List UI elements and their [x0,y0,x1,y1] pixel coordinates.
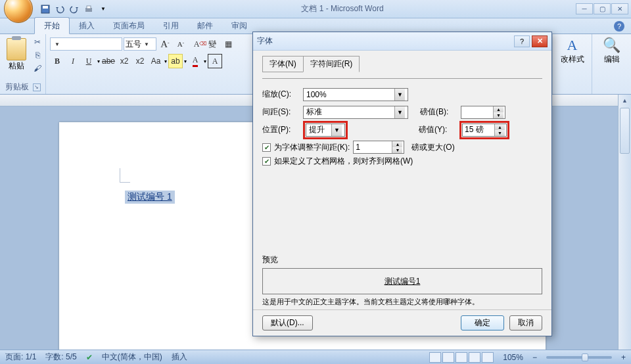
status-bar: 页面: 1/1 字数: 5/5 ✔ 中文(简体，中国) 插入 105% − + [0,350,631,364]
close-window-button[interactable]: ✕ [611,3,628,14]
preview-text: 测试编号1 [385,276,421,287]
status-language[interactable]: 中文(简体，中国) [102,352,162,363]
scroll-thumb[interactable] [620,108,630,154]
position-combo[interactable]: 提升▼ [306,124,345,137]
title-bar: ▼ 文档 1 - Microsoft Word ─ ▢ ✕ [0,0,631,18]
status-page[interactable]: 页面: 1/1 [5,352,36,363]
styles-icon[interactable]: A [567,37,578,54]
view-outline-icon[interactable] [469,352,480,363]
spin-down-icon[interactable]: ▼ [495,130,505,136]
paste-button[interactable]: 粘贴 [4,37,29,74]
font-size-combo[interactable]: 五号▼ [124,37,156,51]
kerning-checkbox[interactable]: ✔ [262,143,271,152]
font-name-combo[interactable]: ▼ [50,37,122,51]
kerning-input[interactable] [354,141,392,153]
position-pt-spinner[interactable]: ▲▼ [462,124,507,137]
italic-button[interactable]: I [66,54,80,68]
zoom-slider[interactable] [546,356,612,359]
tab-references[interactable]: 引用 [154,18,188,34]
dialog-tab-spacing[interactable]: 字符间距(R) [303,56,360,72]
strikethrough-button[interactable]: abe [101,54,116,68]
maximize-button[interactable]: ▢ [594,3,611,14]
font-color-button[interactable]: A [188,54,202,68]
clipboard-launcher-icon[interactable]: ↘ [33,83,41,91]
group-styles: A 改样式 [552,34,592,94]
change-styles-label[interactable]: 改样式 [561,54,584,65]
editing-label[interactable]: 编辑 [604,54,620,65]
spacing-label: 间距(S): [262,106,303,118]
selected-text[interactable]: 测试编号 1 [125,191,175,204]
redo-icon[interactable] [68,3,80,15]
phonetic-button[interactable]: 變 [205,37,220,51]
scale-label: 缩放(C): [262,89,303,100]
spin-up-icon[interactable]: ▲ [495,124,505,130]
borders-button[interactable]: ▦ [221,37,235,51]
status-proof-icon[interactable]: ✔ [86,353,93,362]
cancel-button[interactable]: 取消 [509,315,542,330]
spin-up-icon[interactable]: ▲ [392,141,402,147]
spin-down-icon[interactable]: ▼ [392,147,402,153]
clipboard-group-label: 剪贴板 [5,81,29,93]
bold-button[interactable]: B [50,54,64,68]
ok-button[interactable]: 确定 [461,315,504,330]
status-insert-mode[interactable]: 插入 [172,352,187,363]
spin-down-icon[interactable]: ▼ [494,112,503,118]
zoom-out-button[interactable]: − [532,353,537,362]
svg-rect-1 [43,6,48,9]
highlight-button[interactable]: ab [168,54,183,68]
subscript-button[interactable]: x2 [117,54,131,68]
scroll-up-icon[interactable]: ▲ [619,95,631,106]
format-painter-icon[interactable]: 🖌 [32,63,43,74]
zoom-level[interactable]: 105% [503,353,523,362]
tab-mail[interactable]: 邮件 [188,18,222,34]
view-draft-icon[interactable] [482,352,494,363]
vertical-scrollbar[interactable]: ▲ [618,95,631,350]
dialog-titlebar[interactable]: 字体 ? ✕ [253,32,551,51]
snap-checkbox[interactable]: ✔ [262,157,271,166]
quickprint-icon[interactable] [83,3,95,15]
tab-layout[interactable]: 页面布局 [104,18,154,34]
copy-icon[interactable]: ⎘ [32,50,43,60]
clear-format-button[interactable]: A⌫ [189,37,204,51]
view-web-icon[interactable] [456,352,467,363]
group-editing: 🔍 编辑 [592,34,631,94]
position-value: 提升 [309,124,325,135]
position-pt-input[interactable] [463,124,494,136]
tab-review[interactable]: 审阅 [222,18,256,34]
margin-indicator [120,168,130,183]
change-case-button[interactable]: Aa [149,54,163,68]
save-icon[interactable] [39,3,51,15]
snap-label: 如果定义了文档网格，则对齐到网格(W) [274,156,413,167]
paste-icon [7,38,26,60]
tab-insert[interactable]: 插入 [70,18,104,34]
spacing-pt-spinner[interactable]: ▲▼ [461,106,505,119]
qat-dropdown-icon[interactable]: ▼ [97,3,109,15]
shrink-font-button[interactable]: Aˇ [174,37,188,51]
cut-icon[interactable]: ✂ [32,37,43,47]
char-border-button[interactable]: A [208,54,222,68]
spin-up-icon[interactable]: ▲ [494,106,503,112]
underline-button[interactable]: U [82,54,96,68]
minimize-button[interactable]: ─ [576,3,593,14]
status-words[interactable]: 字数: 5/5 [45,352,76,363]
find-icon[interactable]: 🔍 [603,37,620,54]
scale-combo[interactable]: 100%▼ [303,88,408,101]
font-size-value: 五号 [126,39,141,50]
dialog-close-button[interactable]: ✕ [532,35,548,47]
help-icon[interactable]: ? [614,21,624,32]
view-fullscreen-icon[interactable] [442,352,454,363]
scale-value: 100% [306,90,327,99]
default-button[interactable]: 默认(D)... [262,315,313,330]
dialog-help-button[interactable]: ? [514,35,530,47]
zoom-knob[interactable] [582,353,588,361]
superscript-button[interactable]: x2 [133,54,147,68]
view-print-layout-icon[interactable] [429,352,441,363]
undo-icon[interactable] [54,3,66,15]
zoom-in-button[interactable]: + [621,353,626,362]
grow-font-button[interactable]: Aˆ [158,37,172,51]
dialog-tab-font[interactable]: 字体(N) [262,56,303,72]
spacing-pt-input[interactable] [461,106,493,118]
tab-home[interactable]: 开始 [34,17,70,34]
spacing-combo[interactable]: 标准▼ [303,106,408,119]
kerning-spinner[interactable]: ▲▼ [353,141,404,154]
